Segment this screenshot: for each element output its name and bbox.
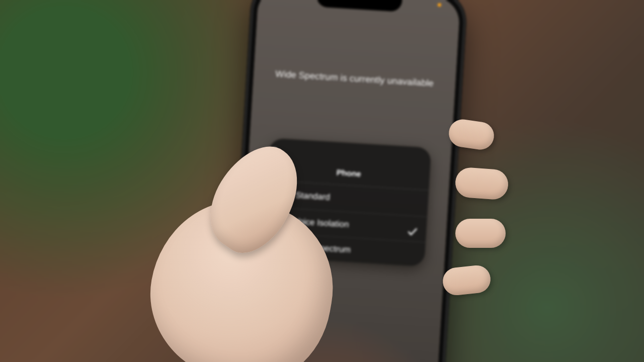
notch [316, 0, 403, 12]
mic-mode-menu-header: Phone [267, 138, 432, 190]
mic-mode-option-label: Standard [295, 191, 331, 203]
svg-rect-0 [272, 148, 277, 155]
voice-isolation-icon [273, 215, 287, 227]
svg-point-6 [275, 216, 279, 220]
checkmark-icon [407, 226, 418, 237]
mic-mode-option-wide-spectrum[interactable]: Wide Spectrum [263, 233, 426, 267]
mic-mode-option-label: Wide Spectrum [292, 241, 351, 255]
microphone-icon [268, 147, 431, 171]
svg-line-9 [277, 242, 278, 250]
svg-rect-3 [280, 189, 284, 196]
svg-line-10 [279, 243, 280, 249]
phone-screen[interactable]: Wide Spectrum is currently unavailable P… [233, 0, 461, 362]
iphone: Wide Spectrum is currently unavailable P… [226, 0, 468, 362]
mic-in-use-indicator-icon [438, 3, 441, 7]
mic-mode-option-standard[interactable]: Standard [266, 180, 429, 217]
status-message: Wide Spectrum is currently unavailable [253, 67, 456, 90]
background-photo: Wide Spectrum is currently unavailable P… [0, 0, 644, 362]
mic-mode-menu: Phone Standard [263, 138, 432, 266]
mic-mode-option-label: Voice Isolation [293, 216, 349, 230]
svg-line-8 [275, 243, 276, 248]
wide-spectrum-icon [272, 240, 285, 251]
phone-frame [226, 0, 468, 362]
mic-mode-option-voice-isolation[interactable]: Voice Isolation [264, 207, 428, 243]
microphone-icon [275, 188, 289, 201]
svg-line-2 [271, 160, 276, 161]
mic-mode-menu-title: Phone [268, 164, 430, 183]
